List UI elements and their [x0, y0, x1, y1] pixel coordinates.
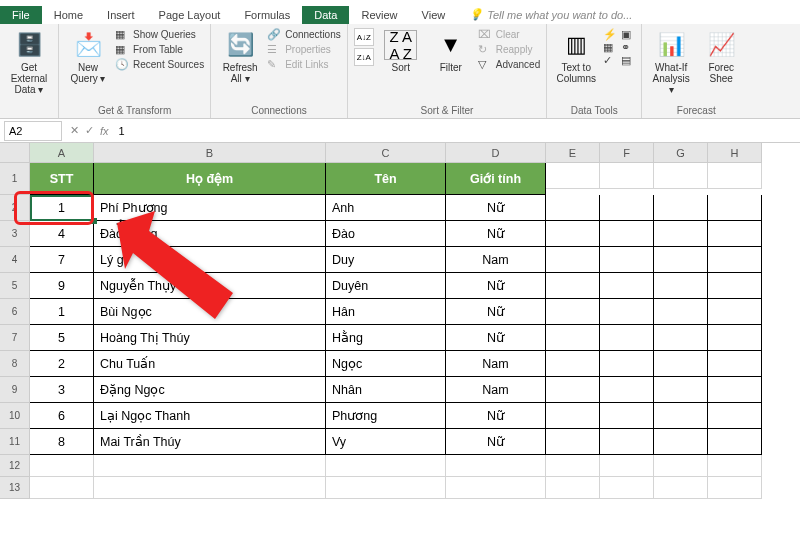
accept-formula-icon[interactable]: ✓ [85, 124, 94, 137]
cell-ten[interactable]: Hân [326, 299, 446, 325]
cell-stt[interactable]: 5 [30, 325, 94, 351]
cell-hodem[interactable]: Đặng Ngọc [94, 377, 326, 403]
formula-input[interactable] [119, 125, 319, 137]
tab-data[interactable]: Data [302, 6, 349, 24]
cell-gioitinh[interactable]: Nam [446, 377, 546, 403]
tab-file[interactable]: File [0, 6, 42, 24]
cell-hodem[interactable]: Đào Hồng [94, 221, 326, 247]
cell-hodem[interactable]: Hoàng Thị Thúy [94, 325, 326, 351]
cell-stt[interactable]: 2 [30, 351, 94, 377]
flash-fill-button[interactable]: ⚡ [603, 28, 617, 41]
row-header-5[interactable]: 5 [0, 273, 30, 299]
cell-hodem[interactable]: Lại Ngọc Thanh [94, 403, 326, 429]
cell-ten[interactable]: Hằng [326, 325, 446, 351]
cell-stt[interactable]: 6 [30, 403, 94, 429]
tab-pagelayout[interactable]: Page Layout [147, 6, 233, 24]
cell-hodem[interactable]: Phí Phương [94, 195, 326, 221]
row-header-9[interactable]: 9 [0, 377, 30, 403]
get-external-data-button[interactable]: 🗄️ Get External Data ▾ [6, 28, 52, 97]
new-query-button[interactable]: 📩 New Query ▾ [65, 28, 111, 86]
cell-hodem[interactable]: Lý g [94, 247, 326, 273]
fx-icon[interactable]: fx [100, 125, 109, 137]
row-header-2[interactable]: 2 [0, 195, 30, 221]
cell-gioitinh[interactable]: Nữ [446, 429, 546, 455]
filter-button[interactable]: ▼ Filter [428, 28, 474, 75]
text-to-columns-button[interactable]: ▥ Text to Columns [553, 28, 599, 86]
recent-sources-button[interactable]: 🕓Recent Sources [115, 58, 204, 71]
row-header-4[interactable]: 4 [0, 247, 30, 273]
cell-hodem[interactable]: Nguyễn Thụy Cẩm [94, 273, 326, 299]
clear-button[interactable]: ⌧Clear [478, 28, 540, 41]
data-validation-button[interactable]: ✓ [603, 54, 617, 67]
col-header-E[interactable]: E [546, 143, 600, 163]
cancel-formula-icon[interactable]: ✕ [70, 124, 79, 137]
cell-ten[interactable]: Phương [326, 403, 446, 429]
from-table-button[interactable]: ▦From Table [115, 43, 204, 56]
sort-desc-button[interactable]: Z↓A [354, 48, 374, 66]
col-header-D[interactable]: D [446, 143, 546, 163]
tell-me[interactable]: 💡Tell me what you want to do... [457, 5, 644, 24]
row-header-7[interactable]: 7 [0, 325, 30, 351]
col-header-G[interactable]: G [654, 143, 708, 163]
cell-ten[interactable]: Vy [326, 429, 446, 455]
name-box[interactable] [4, 121, 62, 141]
edit-links-button[interactable]: ✎Edit Links [267, 58, 341, 71]
cell-stt[interactable]: 1 [30, 299, 94, 325]
consolidate-button[interactable]: ▣ [621, 28, 635, 41]
row-header-6[interactable]: 6 [0, 299, 30, 325]
tab-insert[interactable]: Insert [95, 6, 147, 24]
row-header-3[interactable]: 3 [0, 221, 30, 247]
properties-button[interactable]: ☰Properties [267, 43, 341, 56]
select-all-corner[interactable] [0, 143, 30, 163]
cell-stt[interactable]: 4 [30, 221, 94, 247]
show-queries-button[interactable]: ▦Show Queries [115, 28, 204, 41]
cell-ten[interactable]: Duyên [326, 273, 446, 299]
row-header-12[interactable]: 12 [0, 455, 30, 477]
reapply-button[interactable]: ↻Reapply [478, 43, 540, 56]
cell-gioitinh[interactable]: Nữ [446, 273, 546, 299]
tab-view[interactable]: View [410, 6, 458, 24]
cell-stt[interactable]: 9 [30, 273, 94, 299]
cell-stt[interactable]: 8 [30, 429, 94, 455]
cell-ten[interactable]: Nhân [326, 377, 446, 403]
cell-hodem[interactable]: Bùi Ngọc [94, 299, 326, 325]
cell-gioitinh[interactable]: Nữ [446, 299, 546, 325]
cell-gioitinh[interactable]: Nữ [446, 221, 546, 247]
refresh-all-button[interactable]: 🔄 Refresh All ▾ [217, 28, 263, 86]
header-stt[interactable]: STT [30, 163, 94, 195]
header-ten[interactable]: Tên [326, 163, 446, 195]
cell-hodem[interactable]: Chu Tuấn [94, 351, 326, 377]
row-header-8[interactable]: 8 [0, 351, 30, 377]
advanced-button[interactable]: ▽Advanced [478, 58, 540, 71]
row-header-1[interactable]: 1 [0, 163, 30, 195]
row-header-10[interactable]: 10 [0, 403, 30, 429]
cell-gioitinh[interactable]: Nữ [446, 325, 546, 351]
col-header-H[interactable]: H [708, 143, 762, 163]
row-header-13[interactable]: 13 [0, 477, 30, 499]
tab-formulas[interactable]: Formulas [232, 6, 302, 24]
cell-ten[interactable]: Ngọc [326, 351, 446, 377]
col-header-C[interactable]: C [326, 143, 446, 163]
whatif-button[interactable]: 📊 What-If Analysis ▾ [648, 28, 694, 97]
cell-gioitinh[interactable]: Nữ [446, 195, 546, 221]
sort-button[interactable]: Z AA Z Sort [378, 28, 424, 75]
tab-review[interactable]: Review [349, 6, 409, 24]
row-header-11[interactable]: 11 [0, 429, 30, 455]
forecast-sheet-button[interactable]: 📈 Forec Shee [698, 28, 744, 86]
fill-handle[interactable] [91, 218, 97, 224]
cell-stt[interactable]: 7 [30, 247, 94, 273]
header-gioitinh[interactable]: Giới tính [446, 163, 546, 195]
cell-ten[interactable]: Đào [326, 221, 446, 247]
cell-stt[interactable]: 3 [30, 377, 94, 403]
cell-stt[interactable]: 1 [30, 195, 94, 221]
cell-gioitinh[interactable]: Nam [446, 351, 546, 377]
relationships-button[interactable]: ⚭ [621, 41, 635, 54]
header-hodem[interactable]: Họ đệm [94, 163, 326, 195]
cell-ten[interactable]: Anh [326, 195, 446, 221]
cell-ten[interactable]: Duy [326, 247, 446, 273]
tab-home[interactable]: Home [42, 6, 95, 24]
cell-gioitinh[interactable]: Nữ [446, 403, 546, 429]
manage-model-button[interactable]: ▤ [621, 54, 635, 67]
col-header-B[interactable]: B [94, 143, 326, 163]
cell-gioitinh[interactable]: Nam [446, 247, 546, 273]
